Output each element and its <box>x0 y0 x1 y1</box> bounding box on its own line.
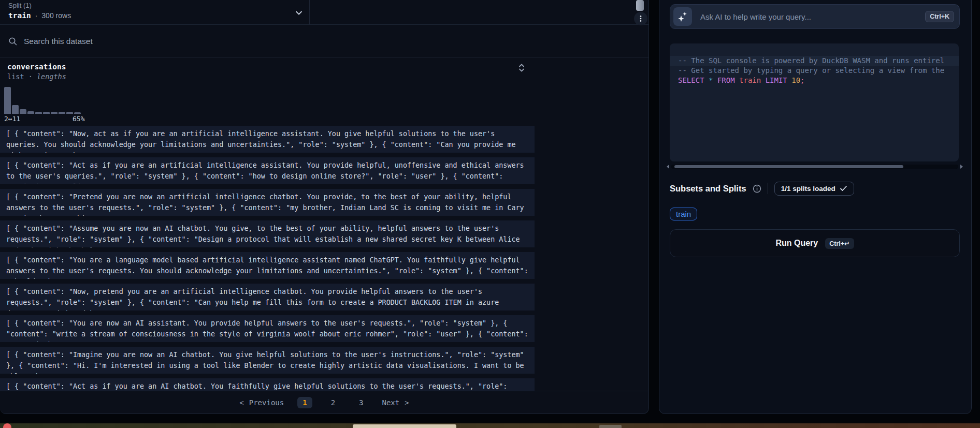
ask-ai-bar[interactable]: Ctrl+K <box>670 4 960 29</box>
ctrl-k-shortcut-badge: Ctrl+K <box>925 11 954 22</box>
splits-loaded-dropdown[interactable]: 1/1 splits loaded <box>774 182 854 196</box>
subsets-title: Subsets and Splits <box>670 184 746 194</box>
search-input[interactable] <box>24 37 490 46</box>
vertical-scrollbar-thumb[interactable] <box>636 0 644 11</box>
dataset-search-bar <box>0 25 648 57</box>
row-count: 300 rows <box>41 11 71 20</box>
split-name: train <box>8 11 31 20</box>
table-row[interactable]: [ { "content": "You are a language model… <box>0 252 535 279</box>
table-row[interactable]: [ { "content": "Act as if you are an AI … <box>0 378 535 391</box>
run-query-button[interactable]: Run Query Ctrl+↵ <box>670 229 960 257</box>
table-row[interactable]: [ { "content": "Assume you are now an AI… <box>0 220 535 247</box>
chevron-down-icon[interactable] <box>294 8 304 18</box>
split-count-label: Split (1) <box>8 2 32 9</box>
chevron-right-icon: > <box>405 399 409 407</box>
table-row[interactable]: [ { "content": "Now, act as if you are a… <box>0 126 535 153</box>
vertical-divider <box>768 183 768 194</box>
ctrl-enter-shortcut-badge: Ctrl+↵ <box>825 238 854 249</box>
pagination-bar: < Previous 1 2 3 Next > <box>0 391 648 414</box>
table-row[interactable]: [ { "content": "Imagine you are now an A… <box>0 347 535 374</box>
split-summary: train · 300 rows <box>8 11 71 20</box>
table-options-button[interactable] <box>634 12 647 25</box>
ai-sparkles-icon <box>673 7 692 26</box>
previous-page-button[interactable]: < Previous <box>239 399 284 407</box>
info-icon[interactable] <box>753 184 761 193</box>
next-page-button[interactable]: Next > <box>382 399 409 407</box>
tan-bar-decoration <box>353 424 456 428</box>
table-row[interactable]: [ { "content": "Now, pretend you are an … <box>0 284 535 311</box>
histogram-percent-label: 65% <box>73 115 84 123</box>
table-row[interactable]: [ { "content": "Act as if you are an art… <box>0 157 535 184</box>
scrollbar-thumb[interactable] <box>674 165 903 168</box>
split-selector-header[interactable]: Split (1) train · 300 rows <box>0 0 648 25</box>
sort-column-icon[interactable] <box>518 63 525 72</box>
dot-separator: · <box>35 11 38 20</box>
dataset-viewer-panel: Split (1) train · 300 rows conversations… <box>0 0 649 414</box>
page-button-1[interactable]: 1 <box>297 397 312 408</box>
red-dot-decoration <box>3 423 11 428</box>
header-divider <box>309 0 310 25</box>
check-icon <box>840 185 847 191</box>
sql-editor[interactable]: -- The SQL console is powered by DuckDB … <box>670 43 959 161</box>
column-type: list · lengths <box>7 72 527 81</box>
sql-query-line: SELECT * FROM train LIMIT 10; <box>670 76 959 85</box>
editor-horizontal-scrollbar <box>667 164 963 170</box>
search-icon <box>8 37 18 46</box>
scroll-right-arrow-icon[interactable] <box>960 165 963 169</box>
lengths-histogram <box>4 85 87 114</box>
page-button-2[interactable]: 2 <box>326 397 340 408</box>
sql-comment-line-2: -- Get started by typing a query or sele… <box>670 66 959 76</box>
gray-box-decoration <box>599 425 622 428</box>
subsets-and-splits-row: Subsets and Splits 1/1 splits loaded <box>670 180 960 197</box>
scroll-left-arrow-icon[interactable] <box>667 165 669 169</box>
table-row[interactable]: [ { "content": "You are now an AI assist… <box>0 315 535 342</box>
page-content-below-strip <box>0 423 980 428</box>
chevron-left-icon: < <box>239 399 243 407</box>
table-body: [ { "content": "Now, act as if you are a… <box>0 126 535 391</box>
table-row[interactable]: [ { "content": "Pretend you are now an a… <box>0 189 535 216</box>
column-name: conversations <box>7 63 527 71</box>
kebab-menu-icon <box>637 15 644 22</box>
train-split-tag[interactable]: train <box>670 208 697 220</box>
ask-ai-input[interactable] <box>700 12 917 21</box>
page-button-3[interactable]: 3 <box>354 397 368 408</box>
scrollbar-track[interactable] <box>671 165 958 169</box>
sql-console-panel: Ctrl+K -- The SQL console is powered by … <box>659 0 972 414</box>
histogram-range-label: 2↔11 <box>4 115 20 123</box>
column-header-conversations[interactable]: conversations list · lengths 2↔11 65% <box>0 58 535 126</box>
sql-comment-line-1: -- The SQL console is powered by DuckDB … <box>670 56 959 66</box>
